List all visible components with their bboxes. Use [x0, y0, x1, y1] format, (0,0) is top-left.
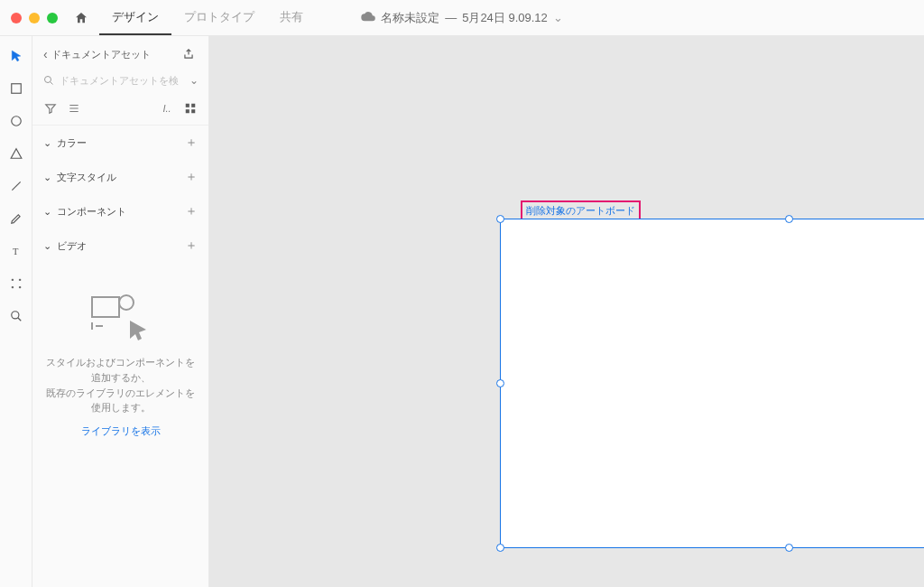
- search-options-toggle[interactable]: ⌄: [189, 74, 199, 87]
- svg-text:T: T: [12, 247, 18, 256]
- resize-handle-bm[interactable]: [785, 544, 793, 552]
- chevron-down-icon: ⌄: [43, 137, 51, 149]
- assets-panel: ‹ ドキュメントアセット ⌄ I.. ⌄カラー: [32, 36, 209, 587]
- window-controls: [0, 13, 58, 23]
- chevron-down-icon: ⌄: [43, 206, 51, 218]
- search-input[interactable]: [60, 75, 184, 86]
- doc-time: 5月24日 9.09.12: [462, 10, 548, 26]
- ellipse-tool[interactable]: [4, 108, 29, 134]
- zoom-tool[interactable]: [4, 303, 29, 329]
- grid-view-button[interactable]: [183, 101, 198, 116]
- filter-icon: [44, 102, 57, 115]
- chevron-down-icon: ⌄: [553, 11, 563, 24]
- svg-rect-0: [11, 84, 21, 94]
- panel-back-button[interactable]: ‹ ドキュメントアセット: [43, 47, 151, 61]
- svg-line-5: [17, 318, 21, 321]
- tab-share[interactable]: 共有: [267, 0, 316, 35]
- minimize-window-button[interactable]: [29, 13, 40, 23]
- empty-illustration-icon: [85, 290, 157, 340]
- cloud-icon: [361, 11, 375, 24]
- section-components[interactable]: ⌄コンポーネント ＋: [32, 194, 208, 228]
- svg-line-7: [51, 82, 53, 85]
- select-tool[interactable]: [4, 43, 29, 69]
- line-icon: [10, 180, 23, 192]
- svg-rect-11: [191, 109, 195, 113]
- document-title[interactable]: 名称未設定 — 5月24日 9.09.12 ⌄: [361, 10, 563, 26]
- title-bar: デザイン プロトタイプ 共有 名称未設定 — 5月24日 9.09.12 ⌄: [0, 0, 924, 36]
- triangle-icon: [10, 147, 23, 160]
- empty-state: スタイルおよびコンポーネントを追加するか、 既存のライブラリのエレメントを使用し…: [32, 263, 208, 445]
- filter-button[interactable]: [43, 101, 58, 116]
- section-color[interactable]: ⌄カラー ＋: [32, 126, 208, 160]
- grid-icon: [184, 102, 197, 115]
- add-component-button[interactable]: ＋: [185, 203, 198, 219]
- svg-rect-9: [191, 104, 195, 107]
- list-view-button[interactable]: [67, 101, 81, 116]
- add-text-style-button[interactable]: ＋: [185, 169, 198, 185]
- add-color-button[interactable]: ＋: [185, 135, 198, 151]
- list-icon: [68, 102, 80, 115]
- pointer-icon: [10, 50, 23, 62]
- fullscreen-window-button[interactable]: [47, 13, 58, 23]
- home-icon: [74, 11, 88, 25]
- canvas-area[interactable]: 削除対象のアートボード: [209, 36, 924, 587]
- home-button[interactable]: [69, 5, 94, 31]
- publish-button[interactable]: [180, 45, 198, 63]
- share-icon: [182, 48, 195, 61]
- chevron-down-icon: ⌄: [43, 172, 51, 183]
- svg-point-13: [119, 295, 134, 310]
- resize-handle-bl[interactable]: [496, 544, 504, 552]
- empty-text-line1: スタイルおよびコンポーネントを追加するか、: [43, 355, 198, 386]
- resize-handle-ml[interactable]: [496, 379, 504, 387]
- show-libraries-link[interactable]: ライブラリを表示: [81, 424, 161, 438]
- mode-tabs: デザイン プロトタイプ 共有: [99, 0, 316, 35]
- svg-point-1: [11, 116, 21, 126]
- text-tool[interactable]: T: [4, 238, 29, 264]
- text-icon: T: [10, 245, 23, 257]
- svg-rect-10: [186, 109, 189, 113]
- svg-rect-12: [92, 297, 119, 317]
- rectangle-tool[interactable]: [4, 76, 29, 101]
- svg-point-6: [45, 77, 51, 83]
- sort-button[interactable]: I..: [160, 101, 174, 116]
- empty-text-line2: 既存のライブラリのエレメントを使用します。: [43, 386, 198, 416]
- line-tool[interactable]: [4, 173, 29, 199]
- artboard-tool[interactable]: [4, 271, 29, 296]
- tab-design[interactable]: デザイン: [99, 0, 171, 35]
- section-video[interactable]: ⌄ビデオ ＋: [32, 228, 208, 263]
- svg-rect-8: [186, 104, 189, 107]
- svg-point-4: [11, 312, 18, 319]
- ellipse-icon: [10, 115, 23, 127]
- search-icon: [43, 74, 54, 87]
- section-text-styles[interactable]: ⌄文字スタイル ＋: [32, 160, 208, 194]
- pen-tool[interactable]: [4, 206, 29, 231]
- close-window-button[interactable]: [11, 13, 22, 23]
- artboard-icon: [10, 277, 23, 290]
- doc-sep: —: [445, 11, 457, 24]
- svg-line-2: [12, 182, 20, 190]
- zoom-icon: [10, 310, 23, 322]
- polygon-tool[interactable]: [4, 141, 29, 166]
- tab-prototype[interactable]: プロトタイプ: [171, 0, 267, 35]
- rectangle-icon: [10, 82, 23, 95]
- chevron-down-icon: ⌄: [43, 240, 51, 252]
- chevron-left-icon: ‹: [43, 47, 48, 61]
- resize-handle-tl[interactable]: [496, 215, 504, 223]
- artboard[interactable]: [500, 219, 924, 548]
- resize-handle-tm[interactable]: [785, 215, 793, 223]
- doc-status: 名称未設定: [381, 10, 439, 26]
- panel-title: ドキュメントアセット: [51, 48, 151, 61]
- add-video-button[interactable]: ＋: [185, 238, 198, 254]
- pen-icon: [10, 212, 23, 225]
- left-toolbar: T: [0, 36, 32, 587]
